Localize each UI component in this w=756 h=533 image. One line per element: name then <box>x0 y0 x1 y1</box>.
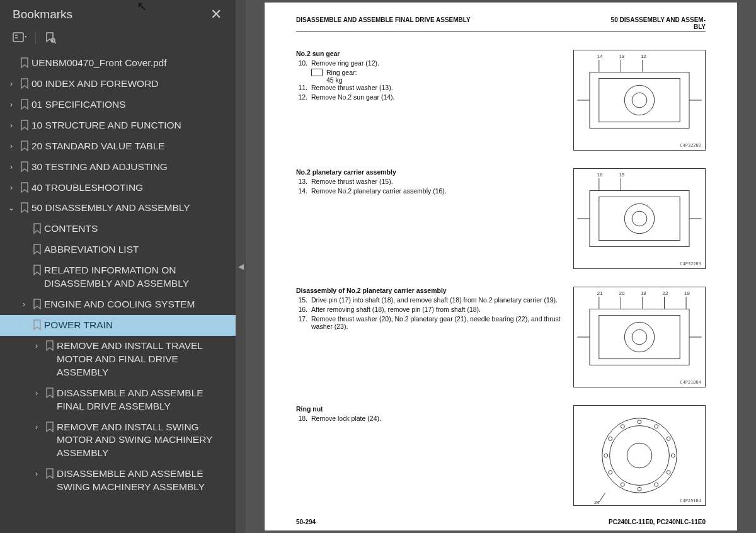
procedure-step: 13.Remove thrust washer (15). <box>296 178 563 185</box>
procedure-step: 11.Remove thrust washer (13). <box>296 84 563 91</box>
header-left: DISASSEMBLE AND ASSEMBLE FINAL DRIVE ASS… <box>296 16 471 30</box>
svg-rect-19 <box>599 197 680 240</box>
figure-id: C4P25104 <box>680 498 701 503</box>
bookmark-label: POWER TRAIN <box>44 319 229 332</box>
figure-id: C4P32202 <box>680 143 701 148</box>
svg-point-50 <box>627 443 652 468</box>
svg-text:15: 15 <box>619 172 624 178</box>
svg-line-5 <box>54 42 56 43</box>
bookmark-icon <box>18 98 32 110</box>
bookmark-label: ENGINE AND COOLING SYSTEM <box>44 298 229 311</box>
expand-chevron-icon[interactable]: › <box>5 77 18 89</box>
section-title: Disassembly of No.2 planetary carrier as… <box>296 287 563 294</box>
bookmark-node[interactable]: RELATED INFORMATION ON DISASSEMBLY AND A… <box>0 260 236 294</box>
figure-id: C4P21804 <box>680 380 701 385</box>
bookmark-node[interactable]: ›10 STRUCTURE AND FUNCTION <box>0 115 236 136</box>
svg-point-31 <box>632 330 647 345</box>
section-title: No.2 planetary carrier assembly <box>296 168 563 176</box>
bookmark-node[interactable]: ›DISASSEMBLE AND ASSEMBLE SWING MACHINER… <box>0 464 236 498</box>
expand-chevron-icon[interactable]: › <box>18 298 30 309</box>
svg-text:13: 13 <box>619 54 624 59</box>
bookmarks-header: Bookmarks ✕ <box>0 0 236 28</box>
panel-collapse-handle[interactable]: ◀ <box>236 0 246 533</box>
svg-point-8 <box>624 85 654 115</box>
bookmark-icon <box>30 243 44 255</box>
bookmark-node[interactable]: ›40 TROUBLESHOOTING <box>0 178 236 198</box>
bookmark-node[interactable]: ⌄50 DISASSEMBLY AND ASSEMBLY <box>0 198 236 219</box>
bookmark-node[interactable]: ›30 TESTING AND ADJUSTING <box>0 157 236 178</box>
expand-chevron-icon[interactable]: › <box>30 421 43 432</box>
page-header: DISASSEMBLE AND ASSEMBLE FINAL DRIVE ASS… <box>296 16 706 32</box>
svg-text:24: 24 <box>594 500 600 505</box>
bookmark-icon <box>43 467 57 479</box>
options-icon[interactable] <box>13 32 26 43</box>
figure-id: C4P32203 <box>680 261 701 266</box>
figure: 1615C4P32203 <box>573 168 706 269</box>
svg-point-48 <box>602 418 677 493</box>
svg-point-20 <box>624 203 654 233</box>
expand-chevron-icon[interactable]: ⌄ <box>18 319 30 330</box>
bookmark-node[interactable]: ›00 INDEX AND FOREWORD <box>0 74 236 95</box>
bookmark-node[interactable]: ›REMOVE AND INSTALL TRAVEL MOTOR AND FIN… <box>0 336 236 383</box>
bookmark-icon <box>18 161 32 173</box>
bookmark-node[interactable]: ›20 STANDARD VALUE TABLE <box>0 136 236 157</box>
bookmarks-panel: ↖ Bookmarks ✕ UENBM00470_Front Cover.pdf… <box>0 0 236 533</box>
svg-rect-28 <box>590 309 689 365</box>
bookmark-node[interactable]: ⌄POWER TRAIN <box>0 315 236 336</box>
svg-point-53 <box>655 483 658 486</box>
expand-chevron-icon[interactable] <box>18 243 30 244</box>
expand-chevron-icon[interactable]: › <box>5 119 18 130</box>
bookmark-node[interactable]: ›ENGINE AND COOLING SYSTEM <box>0 294 236 315</box>
svg-point-30 <box>624 322 654 352</box>
svg-marker-3 <box>25 36 26 38</box>
expand-chevron-icon[interactable]: › <box>30 387 43 398</box>
chevron-left-icon: ◀ <box>238 262 244 271</box>
svg-point-60 <box>638 420 641 424</box>
svg-line-63 <box>599 493 605 502</box>
expand-chevron-icon[interactable]: › <box>5 161 18 172</box>
bookmark-node[interactable]: CONTENTS <box>0 219 236 239</box>
close-icon[interactable]: ✕ <box>207 5 226 24</box>
model-codes: PC240LC-11E0, PC240NLC-11E0 <box>609 519 706 525</box>
expand-chevron-icon[interactable]: › <box>30 467 43 479</box>
svg-point-49 <box>610 426 670 486</box>
find-bookmark-icon[interactable] <box>45 32 56 44</box>
bookmark-label: CONTENTS <box>44 222 229 236</box>
svg-rect-0 <box>13 33 23 42</box>
expand-chevron-icon[interactable]: › <box>5 181 18 193</box>
doc-section: Ring nut18.Remove lock plate (24).24C4P2… <box>296 405 706 506</box>
bookmark-icon <box>43 421 57 433</box>
section-text: Disassembly of No.2 planetary carrier as… <box>296 287 563 387</box>
bookmark-node[interactable]: ABBREVIATION LIST <box>0 239 236 260</box>
svg-point-61 <box>655 425 658 428</box>
svg-rect-18 <box>590 191 689 247</box>
bookmarks-tree[interactable]: UENBM00470_Front Cover.pdf›00 INDEX AND … <box>0 50 236 533</box>
document-viewport[interactable]: DISASSEMBLE AND ASSEMBLE FINAL DRIVE ASS… <box>246 0 756 533</box>
header-right: 50 DISASSEMBLY AND ASSEM-BLY <box>611 16 706 30</box>
expand-chevron-icon[interactable]: › <box>5 140 18 151</box>
bookmarks-toolbar <box>0 28 236 50</box>
expand-chevron-icon[interactable] <box>5 57 18 58</box>
procedure-step: 15.Drive pin (17) into shaft (18), and r… <box>296 296 563 304</box>
bookmark-icon <box>18 181 32 193</box>
svg-point-21 <box>632 211 647 226</box>
bookmark-label: 50 DISASSEMBLY AND ASSEMBLY <box>32 202 229 215</box>
doc-section: No.2 planetary carrier assembly13.Remove… <box>296 168 706 269</box>
bookmark-label: ABBREVIATION LIST <box>44 243 229 256</box>
expand-chevron-icon[interactable]: › <box>30 340 43 351</box>
bookmark-icon <box>18 140 32 152</box>
bookmark-node[interactable]: ›01 SPECIFICATIONS <box>0 95 236 115</box>
bookmark-node[interactable]: ›REMOVE AND INSTALL SWING MOTOR AND SWIN… <box>0 417 236 464</box>
weight-icon <box>311 69 323 76</box>
doc-section: Disassembly of No.2 planetary carrier as… <box>296 287 706 387</box>
svg-rect-6 <box>590 72 689 129</box>
svg-rect-7 <box>599 78 680 122</box>
expand-chevron-icon[interactable]: › <box>5 98 18 110</box>
expand-chevron-icon[interactable] <box>18 264 30 265</box>
expand-chevron-icon[interactable]: ⌄ <box>5 202 18 213</box>
expand-chevron-icon[interactable] <box>18 222 30 224</box>
bookmark-node[interactable]: UENBM00470_Front Cover.pdf <box>0 53 236 74</box>
bookmark-node[interactable]: ›DISASSEMBLE AND ASSEMBLE FINAL DRIVE AS… <box>0 383 236 417</box>
bookmark-icon <box>30 264 44 276</box>
figure: 24C4P25104 <box>573 405 706 506</box>
